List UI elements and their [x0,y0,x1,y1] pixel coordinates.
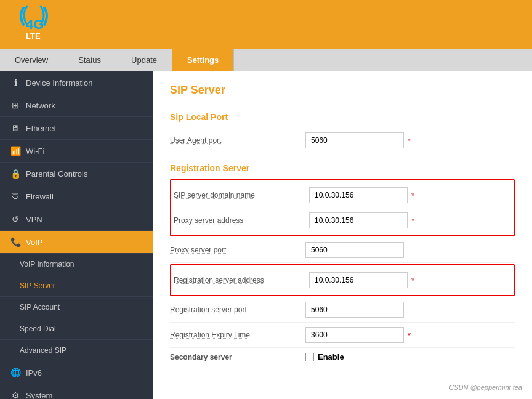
input-proxy-server-address[interactable] [309,212,408,228]
sidebar-item-voip-information[interactable]: VoIP Information [0,254,153,275]
secondary-server-enable-label: Enable [318,352,344,361]
required-star: * [411,191,414,200]
label-sip-server-domain: SIP server domain name [174,191,309,200]
sidebar-label: Device Information [26,78,92,87]
secondary-server-checkbox-area: Enable [305,352,344,361]
sidebar-label: Firewall [26,192,54,201]
secondary-server-checkbox[interactable] [305,353,314,361]
info-icon: ℹ [10,78,21,87]
input-user-agent-port[interactable] [305,132,404,148]
sidebar-label: VoIP [26,238,42,247]
input-registration-server-address[interactable] [309,272,408,288]
label-proxy-server-address: Proxy server address [174,216,309,225]
sidebar-item-parental-controls[interactable]: 🔒 Parental Controls [0,163,153,185]
sidebar-label: SIP Account [20,303,60,312]
highlight-box-registration: Registration server address * [170,264,515,296]
input-proxy-server-port[interactable] [305,242,404,258]
vpn-icon: ↺ [10,214,21,224]
label-user-agent-port: User Agent port [170,136,305,145]
sidebar-item-speed-dial[interactable]: Speed Dial [0,318,153,340]
input-registration-server-port[interactable] [305,302,404,318]
system-icon: ⚙ [10,390,21,399]
sidebar-item-vpn[interactable]: ↺ VPN [0,208,153,231]
firewall-icon: 🛡 [10,191,21,201]
form-row-proxy-server-address: Proxy server address * [174,208,511,233]
content-area: SIP Server Sip Local Port User Agent por… [153,71,532,399]
ethernet-icon: 🖥 [10,123,21,133]
form-row-registration-expiry: Registration Expiry Time * [170,323,515,348]
highlight-box-top: SIP server domain name * Proxy server ad… [170,179,515,236]
tab-settings[interactable]: Settings [172,49,234,71]
required-star: * [411,276,414,285]
ipv6-icon: 🌐 [10,368,21,377]
sidebar-label: Ethernet [26,124,56,133]
sidebar-label: Parental Controls [26,169,87,179]
sidebar-item-voip[interactable]: 📞 VoIP [0,231,153,254]
form-row-user-agent-port: User Agent port * [170,128,515,153]
svg-text:4G: 4G [26,17,44,32]
label-registration-server-address: Registration server address [174,276,309,284]
sidebar-item-advanced-sip[interactable]: Advanced SIP [0,340,153,361]
page-title: SIP Server [170,84,515,102]
form-row-registration-server-address: Registration server address * [174,268,511,292]
sidebar-label: SIP Server [20,281,55,290]
sidebar-label: Advanced SIP [20,346,66,355]
label-registration-expiry: Registration Expiry Time [170,331,305,339]
sidebar-item-device-information[interactable]: ℹ Device Information [0,71,153,94]
label-secondary-server: Secondary server [170,353,305,361]
registration-server-section: Registration Server [170,163,515,173]
label-proxy-server-port: Proxy server port [170,246,305,254]
watermark: CSDN @peppermint tea [449,382,522,392]
sidebar-item-ethernet[interactable]: 🖥 Ethernet [0,117,153,140]
required-star: * [411,216,414,225]
label-registration-server-port: Registration server port [170,305,305,314]
nav-tabs: Overview Status Update Settings [0,49,532,71]
required-star: * [408,331,411,340]
sidebar-label: Speed Dial [20,324,56,333]
tab-overview[interactable]: Overview [0,49,63,71]
input-registration-expiry[interactable] [305,327,404,343]
network-icon: ⊞ [10,100,21,110]
logo: 4G LTE [12,3,55,46]
form-row-sip-server-domain: SIP server domain name * [174,183,511,208]
sip-local-port-section: Sip Local Port [170,112,515,122]
tab-status[interactable]: Status [63,49,116,71]
sidebar-label: Network [26,101,55,110]
logo-icon: 4G LTE [12,3,55,46]
sidebar-item-network[interactable]: ⊞ Network [0,94,153,117]
sidebar-item-sip-account[interactable]: SIP Account [0,297,153,318]
form-row-registration-server-port: Registration server port [170,297,515,323]
sidebar-item-sip-server[interactable]: SIP Server [0,275,153,297]
voip-icon: 📞 [10,237,21,247]
sidebar-label: IPv6 [26,368,42,377]
parental-icon: 🔒 [10,169,21,179]
header: 4G LTE [0,0,532,49]
sidebar-item-system[interactable]: ⚙ System [0,384,153,399]
required-star: * [408,136,411,145]
main-layout: ℹ Device Information ⊞ Network 🖥 Etherne… [0,71,532,399]
form-row-proxy-server-port: Proxy server port [170,238,515,263]
sidebar-label: VoIP Information [20,260,75,268]
input-sip-server-domain[interactable] [309,187,408,203]
svg-text:LTE: LTE [26,31,41,41]
form-row-secondary-server: Secondary server Enable [170,348,515,366]
sidebar-item-wifi[interactable]: 📶 Wi-Fi [0,140,153,163]
sidebar-item-ipv6[interactable]: 🌐 IPv6 [0,361,153,384]
sidebar: ℹ Device Information ⊞ Network 🖥 Etherne… [0,71,153,399]
sidebar-label: Wi-Fi [26,147,44,156]
sidebar-label: VPN [26,215,42,224]
sidebar-label: System [26,391,52,400]
tab-update[interactable]: Update [116,49,172,71]
wifi-icon: 📶 [10,146,21,156]
sidebar-item-firewall[interactable]: 🛡 Firewall [0,185,153,208]
